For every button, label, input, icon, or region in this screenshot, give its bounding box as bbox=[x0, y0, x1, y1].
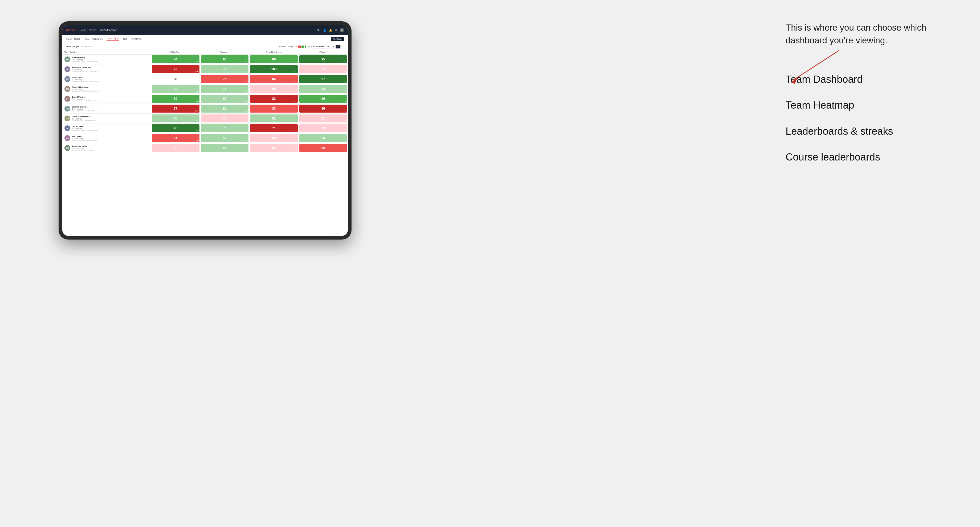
metric-change: 8▲ bbox=[245, 61, 248, 62]
player-avatar[interactable]: DF bbox=[64, 96, 70, 102]
metric-value: 88 bbox=[272, 57, 275, 61]
metric-cell-approach: 77 3▼ bbox=[200, 114, 250, 124]
player-name[interactable]: Dave Billingham bbox=[72, 86, 99, 88]
dashboard-option-1: Team Dashboard bbox=[786, 73, 959, 86]
metric-change: 6▼ bbox=[294, 110, 297, 112]
tab-pgat[interactable]: PGAT Players bbox=[66, 38, 80, 41]
col-putting[interactable]: Putting ▾ bbox=[299, 50, 348, 55]
player-name[interactable]: Aaron Nicholls bbox=[72, 145, 94, 148]
player-handicap: 6-10 Handicap bbox=[72, 108, 99, 110]
table-row: AN Aaron Nicholls 11-15 Handicap Drift G… bbox=[62, 143, 348, 153]
player-avatar[interactable]: EC bbox=[64, 66, 70, 72]
metric-box: 103 15▲ bbox=[250, 65, 298, 73]
metric-cell-putting: 94 3▲ bbox=[299, 133, 348, 143]
metric-value: 84 bbox=[272, 146, 275, 150]
player-handicap: Plus Handicap bbox=[72, 98, 99, 100]
player-name[interactable]: Edward Crossman bbox=[72, 66, 99, 69]
metric-value: 58 bbox=[223, 146, 226, 150]
metric-box: 95 8▲ bbox=[152, 124, 199, 132]
player-club: Royal North Devon Golf Club, United King… bbox=[72, 130, 99, 131]
add-team-button[interactable]: Add Team bbox=[331, 37, 344, 41]
col-approach[interactable]: Approach ▾ bbox=[200, 50, 250, 55]
view-icons: ⊞ ≡ ↕ bbox=[332, 45, 344, 48]
metric-cell-off_tee: 88 bbox=[151, 74, 200, 84]
player-name[interactable]: Josh Coles bbox=[72, 125, 99, 128]
nav-link-teams[interactable]: Teams bbox=[89, 29, 96, 32]
search-icon[interactable]: 🔍 bbox=[317, 29, 320, 32]
metric-box: 58 4▲ bbox=[201, 134, 249, 142]
metric-cell-approach: 80 3▲ bbox=[200, 94, 250, 104]
metric-change: 6▲ bbox=[196, 61, 199, 62]
player-avatar[interactable]: BM bbox=[64, 56, 70, 62]
metric-change: 4▲ bbox=[196, 90, 199, 92]
player-name[interactable]: Matt Miller bbox=[72, 135, 97, 138]
metric-value: 81 bbox=[272, 117, 275, 120]
edit-icon[interactable]: ✏ bbox=[91, 46, 93, 48]
profile-icon[interactable]: 👤 bbox=[323, 29, 326, 32]
metric-cell-putting: 94 1▲ bbox=[299, 84, 348, 94]
player-name[interactable]: Blair McHarg bbox=[72, 56, 99, 59]
metric-box: 75 3▼ bbox=[201, 75, 249, 83]
player-info: Blair McHarg Plus Handicap Royal North D… bbox=[72, 56, 99, 62]
metric-value: 75 bbox=[223, 126, 226, 130]
metric-change: 4▲ bbox=[294, 120, 297, 122]
metric-cell-around_green: 83 10▼ bbox=[249, 94, 299, 104]
table-row: DB Dave Billingham 1-5 Handicap Gog Mago… bbox=[62, 84, 348, 94]
metric-box: 96 3▲ bbox=[299, 95, 347, 103]
avatar[interactable]: U bbox=[340, 28, 344, 32]
player-avatar[interactable]: JC bbox=[64, 125, 70, 131]
player-avatar[interactable]: DB bbox=[64, 86, 70, 92]
player-cell: DB Dave Billingham 1-5 Handicap Gog Mago… bbox=[62, 84, 151, 94]
col-around-green[interactable]: Around the Green ▾ bbox=[249, 50, 299, 55]
metric-change: 9▲ bbox=[344, 61, 346, 62]
player-club: Drift Golf Club, United Kingdom bbox=[72, 149, 94, 151]
metric-value: 80 bbox=[223, 107, 226, 110]
player-avatar[interactable]: CR bbox=[64, 116, 70, 121]
view-grid-button[interactable]: ⊞ bbox=[332, 45, 336, 48]
metric-value: 84 bbox=[173, 57, 177, 61]
view-list-button[interactable]: ≡ bbox=[336, 45, 340, 48]
metric-change: 3▼ bbox=[196, 140, 199, 141]
metric-cell-off_tee: 84 6▲ bbox=[151, 55, 200, 64]
nav-link-home[interactable]: Home bbox=[80, 29, 86, 32]
player-avatar[interactable]: MM bbox=[64, 135, 70, 141]
col-player[interactable]: Player Quality ▾ bbox=[62, 50, 151, 55]
player-club: Gog Magog Golf Club, United Kingdom bbox=[72, 90, 99, 92]
tab-tour[interactable]: Tour bbox=[123, 38, 127, 41]
nav-link-performance[interactable]: My Performance bbox=[100, 29, 117, 32]
player-info: Chris Robertson ⊙ 1-5 Handicap Craigmill… bbox=[72, 116, 95, 121]
player-name[interactable]: Chris Robertson ⊙ bbox=[72, 116, 95, 118]
last-rounds-button[interactable]: ⊞ Last Rounds: 20 bbox=[311, 45, 330, 48]
metric-box: 79 9▲ bbox=[201, 65, 249, 73]
metric-cell-off_tee: 61 3▼ bbox=[151, 133, 200, 143]
metric-change: 2▲ bbox=[245, 130, 248, 132]
tab-hcaps[interactable]: Hcaps 1-5 bbox=[92, 38, 103, 41]
player-club: Royal North Devon Golf Club, United King… bbox=[72, 100, 99, 102]
tab-team-clippd[interactable]: Team Clippd bbox=[107, 37, 119, 41]
sub-header-right: 20 Round Change -5 +5 ⊞ Last Rounds: 20 … bbox=[278, 45, 344, 48]
metric-cell-putting: 97 5▲ bbox=[299, 74, 348, 84]
col-off-tee[interactable]: Off the Tee ▾ bbox=[151, 50, 200, 55]
settings-icon[interactable]: ⚙ bbox=[335, 29, 337, 32]
table-row: BM Blair McHarg Plus Handicap Royal Nort… bbox=[62, 55, 348, 64]
player-avatar[interactable]: EE bbox=[64, 76, 70, 82]
view-other-button[interactable]: ↕ bbox=[340, 45, 344, 48]
player-name[interactable]: Charlie Quick ⊙ bbox=[72, 106, 99, 108]
metric-box: 58 10▲ bbox=[201, 144, 249, 152]
player-name[interactable]: Elliot Ebert bbox=[72, 76, 99, 78]
metric-cell-approach: 85 8▲ bbox=[200, 55, 250, 64]
tab-all-players[interactable]: All Players bbox=[131, 38, 142, 41]
tab-pga[interactable]: PGA bbox=[84, 38, 89, 41]
metric-cell-around_green: 88 2▼ bbox=[249, 133, 299, 143]
team-name: Team Clippd bbox=[66, 45, 78, 48]
metric-cell-putting: 92 3▼ bbox=[299, 64, 348, 74]
badge-pos: +5 bbox=[307, 46, 310, 48]
metric-cell-around_green: 83 6▼ bbox=[249, 104, 299, 114]
bell-icon[interactable]: 🔔 bbox=[329, 29, 332, 32]
nav-bar: clippd Home Teams My Performance 🔍 👤 🔔 ⚙… bbox=[62, 25, 348, 35]
player-avatar[interactable]: AN bbox=[64, 145, 70, 151]
player-club: Woburn Golf Club, United Kingdom bbox=[72, 140, 97, 141]
player-avatar[interactable]: CQ bbox=[64, 106, 70, 111]
metric-value: 95 bbox=[321, 57, 325, 61]
player-name[interactable]: David Ford ⊙ bbox=[72, 96, 99, 98]
